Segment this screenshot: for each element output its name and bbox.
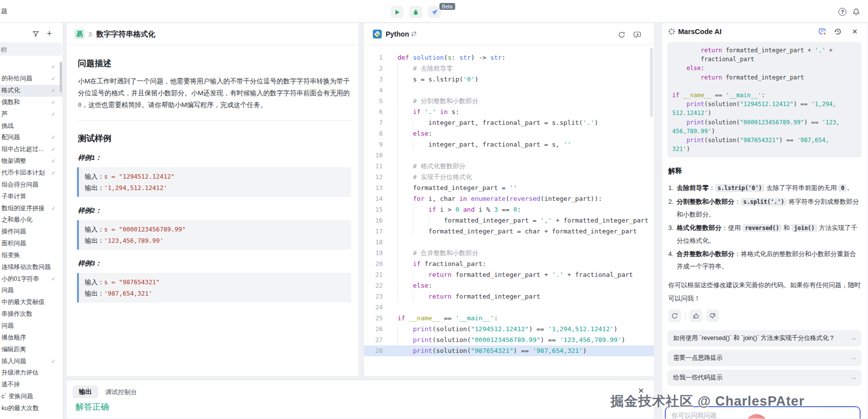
code-token (436, 108, 440, 115)
sidebar-item[interactable]: 连续移动次数问题 (0, 261, 63, 273)
sidebar-item-label: 问题 (1, 286, 14, 295)
thumbs-down-icon (709, 312, 716, 319)
sidebar-item[interactable]: 串操作次数 (0, 308, 63, 320)
sidebar-item[interactable]: 之和最小化 (0, 214, 63, 226)
code-token: : (701, 65, 704, 72)
code-line: 5# 分割整数和小数部分 (364, 96, 654, 107)
sidebar-item[interactable]: 问题 (0, 320, 63, 332)
code-token: == (440, 314, 455, 322)
sidebar-item[interactable]: 配问题✓ (0, 132, 63, 144)
sidebar-item[interactable]: 面积问题 (0, 238, 63, 250)
switch-language-icon[interactable] (410, 31, 417, 37)
python-icon (373, 30, 382, 38)
code-token: (solution( (432, 347, 470, 354)
suggestion-chip[interactable]: 需要一点思路提示→ (667, 350, 862, 366)
history-button[interactable] (833, 27, 843, 37)
code-line: 16formatted_integer_part = ',' + formatt… (364, 215, 654, 226)
ai-code-line: print(solution("987654321") == '987,654, (672, 136, 857, 145)
thumbs-down-button[interactable] (706, 309, 719, 322)
sidebar-scrollbar[interactable] (60, 62, 62, 92)
code-token: ) (583, 347, 587, 354)
sidebar-item[interactable]: ✓ (0, 61, 63, 73)
regenerate-button[interactable] (668, 309, 681, 322)
sidebar-item[interactable]: 子串计算 (0, 190, 63, 202)
suggestion-chip[interactable]: 如何使用 `reversed()` 和 `join()` 方法来实现千分位格式化… (667, 330, 862, 346)
code-token (421, 108, 425, 115)
code-token: "1294512.12412" (471, 325, 529, 333)
history-clock-icon (834, 28, 842, 36)
sidebar-item[interactable]: ku的最大次数 (0, 402, 63, 414)
debug-button[interactable] (409, 6, 422, 18)
line-number: 27 (364, 335, 388, 345)
indent-guide (413, 204, 428, 215)
code-token: # 分割整数和小数部分 (413, 97, 478, 105)
code-token: print (687, 101, 704, 108)
filter-button[interactable] (31, 29, 40, 38)
sidebar-item[interactable]: 逃不掉 (0, 379, 63, 391)
sidebar-item[interactable]: 操作问题 (0, 226, 63, 238)
code-token: 456,789.99' (672, 128, 711, 135)
sidebar-item[interactable]: 升级潜力评估 (0, 367, 63, 379)
reset-code-button[interactable] (616, 30, 626, 39)
code-token: ) == (804, 119, 822, 126)
add-problem-button[interactable]: + (44, 29, 54, 38)
run-button[interactable] (391, 6, 403, 18)
editor-scrollbar[interactable] (650, 48, 653, 117)
sidebar-item[interactable]: c` 变换问题 (0, 391, 63, 403)
sidebar-item[interactable]: 组中占比超过...✓ (0, 144, 63, 155)
code-token: formatted_integer_part (722, 74, 804, 81)
sidebar-item[interactable]: 组变换 (0, 250, 63, 262)
code-line-text: # 去除前导零 (388, 63, 453, 74)
sidebar-item[interactable]: 偶数和✓ (0, 97, 63, 109)
ai-code-line: 512.12412') (672, 109, 857, 117)
sidebar-item[interactable]: 数组的逆序拼接✓ (0, 202, 63, 214)
suggestion-chip[interactable]: 给我一些代码提示→ (667, 370, 862, 386)
io-code: s = "1294512.12412" (104, 173, 175, 180)
sidebar-item[interactable]: 小的01字符串✓ (0, 273, 63, 285)
sidebar-item[interactable]: 插入问题✓ (0, 355, 63, 367)
sidebar-item[interactable]: 芦✓ (0, 108, 63, 120)
run-result: 解答正确 (75, 401, 109, 413)
code-token: 3 (494, 206, 498, 213)
code-editor[interactable]: 1def solution(s: str) -> str:2# 去除前导零3s … (364, 45, 654, 376)
line-number: 21 (364, 269, 388, 280)
sidebar-item[interactable]: 组合得分问题 (0, 179, 63, 190)
io-label: 输入： (85, 226, 104, 233)
sidebar-item[interactable]: 挑战 (0, 120, 63, 132)
sidebar-item-label: 的补给问题 (1, 75, 33, 83)
notifications-button[interactable] (851, 7, 861, 17)
search-input[interactable]: 名称 (0, 42, 62, 56)
code-token: '' (509, 184, 517, 191)
code-token: # 实现千分位格式化 (413, 173, 472, 181)
check-icon: ✓ (51, 134, 56, 141)
line-number: 14 (364, 193, 388, 204)
mascot-avatar[interactable] (746, 414, 767, 419)
sidebar-item[interactable]: 代币卡回本计划✓ (0, 167, 63, 179)
sidebar-item-label: 中的最大贡献值 (1, 298, 45, 306)
sidebar-item-label: 操作问题 (1, 228, 26, 236)
tab-output[interactable]: 输出 (72, 385, 98, 398)
sidebar-item[interactable]: 的补给问题✓ (0, 73, 63, 85)
sidebar-item[interactable]: 物架调整✓ (0, 155, 63, 167)
help-button[interactable]: ? (837, 7, 847, 17)
sidebar-item[interactable]: 编辑距离 (0, 343, 63, 355)
sidebar-item[interactable]: 中的最大贡献值 (0, 297, 63, 308)
indent-guide (398, 85, 413, 96)
code-line: 27print(solution("0000123456789.99") == … (364, 335, 654, 345)
thumbs-up-button[interactable] (689, 309, 702, 322)
code-line: 1def solution(s: str) -> str: (364, 52, 654, 63)
close-ai-panel-icon[interactable]: ✕ (850, 27, 860, 37)
submission-record-button[interactable] (632, 30, 642, 39)
sidebar-item[interactable]: 问题 (0, 285, 63, 297)
code-token: print (413, 325, 432, 333)
code-token: ( (444, 54, 448, 61)
item-text: 格式化整数部分：使用 reversed() 和 join() 方法实现了千分位格… (677, 222, 862, 247)
sidebar-item-label: 小的01字符串 (1, 275, 39, 283)
tab-debug-console[interactable]: 调试控制台 (105, 388, 137, 397)
sidebar-item[interactable]: 播放顺序 (0, 332, 63, 343)
sidebar-item[interactable]: 格式化✓ (0, 85, 63, 97)
sidebar-item-label: 芦 (1, 110, 8, 118)
new-chat-button[interactable] (817, 27, 827, 37)
code-line: 11# 格式化整数部分 (364, 161, 654, 172)
new-chat-icon (818, 28, 827, 36)
